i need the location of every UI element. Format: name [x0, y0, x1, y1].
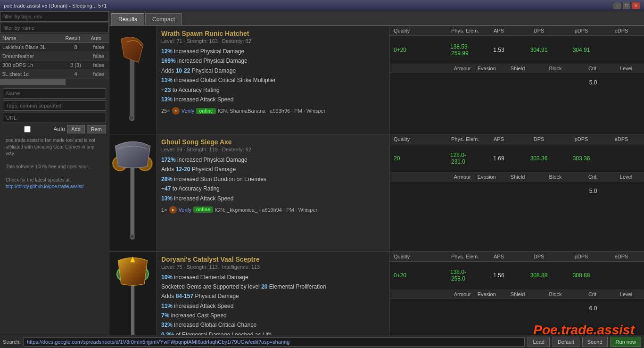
item-stat: 11% increased Attack Speed — [161, 301, 385, 311]
row-name: 5L chest 1c — [0, 70, 63, 79]
search-input[interactable] — [24, 337, 525, 347]
item-stat: 0.2% of Elemental Damage Leeched as Life — [161, 330, 385, 335]
currency-icon: c — [169, 206, 177, 214]
stats-header-row: Quality Phys. Elem. APS DPS pDPS eDPS — [390, 252, 644, 262]
item-stat: Adds 10-22 Physical Damage — [161, 66, 385, 75]
row-result: 3 (3) — [63, 61, 89, 70]
evasion-header: Evasion — [475, 174, 499, 180]
stats-header-row: Quality Phys. Elem. APS DPS pDPS eDPS — [390, 26, 644, 36]
item-trade: 25× c Verify online IGN: ShannaBanana · … — [161, 107, 385, 115]
dps-header: DPS — [518, 254, 560, 259]
auto-checkbox[interactable] — [3, 126, 52, 133]
rem-button[interactable]: Rem — [87, 125, 106, 133]
bottom-bar: Search: Load Default Sound Run now — [0, 335, 644, 348]
table-row[interactable]: 5L chest 1c 4 false — [0, 70, 109, 79]
row-name: Lakishu's Blade 3L — [0, 43, 63, 52]
edps-header: eDPS — [603, 136, 640, 142]
level-header: Level — [612, 66, 640, 71]
level-header: Level — [612, 174, 640, 180]
dps-val: 308.88 — [518, 272, 560, 279]
verify-link[interactable]: Verify — [182, 108, 195, 114]
stats-sub-values: 6.0 — [390, 299, 644, 318]
stats-sub-header: Armour Evasion Shield Block Crit. Level — [390, 173, 644, 182]
stats-values-row: 0+20 138.0-258.0 1.56 308.88 308.88 — [390, 262, 644, 290]
trade-ign: IGN: _kkgmonica_ · a619h94 · PM · Whispe… — [215, 207, 318, 213]
item-card: Wrath Spawn Runic Hatchet Level: 71 · St… — [109, 26, 644, 134]
crit-header: Crit. — [574, 291, 612, 297]
edps-header: eDPS — [603, 254, 640, 259]
shield-header: Shield — [499, 174, 537, 180]
load-button[interactable]: Load — [528, 337, 549, 347]
row-auto: false — [88, 43, 109, 52]
disclaimer: poe.trade.assist is fan made tool and is… — [3, 135, 106, 192]
trade-amount: 1× — [161, 207, 167, 213]
row-name: 300 pDPS 1h — [0, 61, 63, 70]
url-input[interactable] — [3, 113, 106, 123]
table-row[interactable]: 300 pDPS 1h 3 (3) false — [0, 61, 109, 70]
maximize-button[interactable]: □ — [622, 2, 631, 9]
pdps-header: pDPS — [560, 28, 603, 33]
item-stats-panel: Quality Phys. Elem. APS DPS pDPS eDPS 20… — [389, 134, 644, 251]
svg-rect-0 — [130, 51, 134, 121]
quality-val: 0+20 — [394, 272, 450, 279]
item-level: Level: 71 · Strength: 163 · Dexterity: 8… — [161, 38, 385, 44]
name-input[interactable] — [3, 88, 106, 99]
update-link[interactable]: http://thirdy.github.io/poe.trade.assist… — [6, 184, 83, 189]
filter-name-input[interactable] — [0, 23, 109, 33]
item-stat: +23 to Accuracy Rating — [161, 85, 385, 95]
item-card: Ghoul Song Siege Axe Level: 59 · Strengt… — [109, 134, 644, 252]
col-result-header: Result — [63, 34, 89, 43]
stats-values-row: 0+20 138.59-259.99 1.53 304.91 304.91 — [390, 36, 644, 64]
crit-header: Crit. — [574, 66, 612, 71]
verify-link[interactable]: Verify — [179, 207, 192, 213]
pdps-val: 308.88 — [560, 272, 603, 279]
item-details: Ghoul Song Siege Axe Level: 59 · Strengt… — [157, 134, 389, 251]
item-stat: 12% increased Physical Damage — [161, 47, 385, 56]
tabs-bar: Results Compact — [109, 11, 644, 26]
search-label: Search: — [3, 339, 21, 345]
aps-header: APS — [480, 28, 518, 33]
item-stat: 169% increased Physical Damage — [161, 56, 385, 66]
phys-val: 128.0-231.0 — [450, 152, 466, 165]
svg-point-2 — [129, 116, 134, 120]
horizontal-scrollbar[interactable] — [0, 79, 109, 85]
tags-input[interactable] — [3, 100, 106, 111]
armour-header: Armour — [450, 66, 475, 71]
row-name: Dreamfeather — [0, 52, 63, 61]
add-button[interactable]: Add — [67, 125, 85, 133]
filter-table: Name Result Auto Lakishu's Blade 3L 8 fa… — [0, 34, 109, 79]
block-header: Block — [537, 174, 574, 180]
run-now-button[interactable]: Run now — [611, 337, 641, 347]
item-stat: 13% increased Attack Speed — [161, 95, 385, 104]
close-button[interactable]: ✕ — [632, 2, 640, 9]
check-updates-text: Check for the latest updates at: — [6, 177, 71, 182]
auto-label: Auto — [54, 126, 66, 133]
phys-val: 138.0-258.0 — [450, 269, 466, 282]
online-badge: online — [196, 108, 215, 114]
minimize-button[interactable]: ─ — [613, 2, 621, 9]
row-auto: false — [88, 52, 109, 61]
item-stat: 28% increased Stun Duration on Enemies — [161, 174, 385, 184]
table-row[interactable]: Lakishu's Blade 3L 8 false — [0, 43, 109, 52]
item-stat: 7% increased Cast Speed — [161, 311, 385, 320]
evasion-header: Evasion — [475, 66, 499, 71]
item-stats: 10% increased Elemental DamageSocketed G… — [161, 273, 385, 335]
quality-header: Quality — [394, 28, 450, 33]
filter-tags-input[interactable] — [0, 11, 109, 22]
armour-header: Armour — [450, 291, 475, 297]
tab-results[interactable]: Results — [111, 13, 144, 25]
shield-header: Shield — [499, 66, 537, 71]
svg-point-6 — [130, 234, 134, 239]
svg-rect-7 — [131, 278, 134, 335]
dps-val: 303.36 — [518, 155, 560, 162]
item-level: Level: 75 · Strength: 113 · Intelligence… — [161, 264, 385, 270]
default-button[interactable]: Default — [553, 337, 579, 347]
phys-val: 138.59-259.99 — [450, 43, 470, 57]
stats-sub-values: 5.0 — [390, 73, 644, 92]
tab-compact[interactable]: Compact — [145, 13, 182, 25]
table-row[interactable]: Dreamfeather false — [0, 52, 109, 61]
phys-header: Phys. — [450, 28, 465, 33]
sidebar: Name Result Auto Lakishu's Blade 3L 8 fa… — [0, 11, 109, 335]
sound-button[interactable]: Sound — [582, 337, 608, 347]
elem-header: Elem. — [465, 254, 480, 259]
